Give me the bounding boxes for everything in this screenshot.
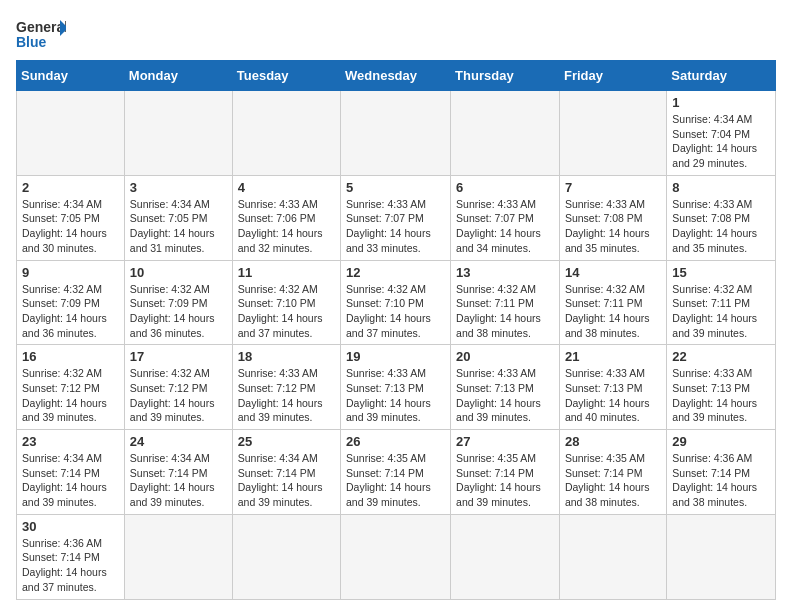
calendar-cell: 5Sunrise: 4:33 AMSunset: 7:07 PMDaylight… [341, 175, 451, 260]
calendar-cell: 19Sunrise: 4:33 AMSunset: 7:13 PMDayligh… [341, 345, 451, 430]
day-number: 3 [130, 180, 227, 195]
day-info: Sunrise: 4:32 AMSunset: 7:11 PMDaylight:… [456, 282, 554, 341]
day-info: Sunrise: 4:32 AMSunset: 7:12 PMDaylight:… [130, 366, 227, 425]
calendar-cell: 4Sunrise: 4:33 AMSunset: 7:06 PMDaylight… [232, 175, 340, 260]
calendar-cell: 9Sunrise: 4:32 AMSunset: 7:09 PMDaylight… [17, 260, 125, 345]
calendar-header: SundayMondayTuesdayWednesdayThursdayFrid… [17, 61, 776, 91]
day-number: 2 [22, 180, 119, 195]
week-row: 9Sunrise: 4:32 AMSunset: 7:09 PMDaylight… [17, 260, 776, 345]
weekday-header: Monday [124, 61, 232, 91]
calendar-body: 1Sunrise: 4:34 AMSunset: 7:04 PMDaylight… [17, 91, 776, 600]
calendar-cell: 29Sunrise: 4:36 AMSunset: 7:14 PMDayligh… [667, 430, 776, 515]
svg-text:Blue: Blue [16, 34, 47, 50]
day-info: Sunrise: 4:33 AMSunset: 7:07 PMDaylight:… [456, 197, 554, 256]
calendar-cell: 18Sunrise: 4:33 AMSunset: 7:12 PMDayligh… [232, 345, 340, 430]
calendar-cell: 8Sunrise: 4:33 AMSunset: 7:08 PMDaylight… [667, 175, 776, 260]
week-row: 1Sunrise: 4:34 AMSunset: 7:04 PMDaylight… [17, 91, 776, 176]
calendar-cell: 23Sunrise: 4:34 AMSunset: 7:14 PMDayligh… [17, 430, 125, 515]
day-info: Sunrise: 4:33 AMSunset: 7:13 PMDaylight:… [456, 366, 554, 425]
calendar-cell: 14Sunrise: 4:32 AMSunset: 7:11 PMDayligh… [559, 260, 666, 345]
day-info: Sunrise: 4:32 AMSunset: 7:10 PMDaylight:… [346, 282, 445, 341]
day-number: 25 [238, 434, 335, 449]
day-number: 1 [672, 95, 770, 110]
weekday-header: Thursday [451, 61, 560, 91]
calendar-cell: 28Sunrise: 4:35 AMSunset: 7:14 PMDayligh… [559, 430, 666, 515]
day-info: Sunrise: 4:33 AMSunset: 7:06 PMDaylight:… [238, 197, 335, 256]
day-info: Sunrise: 4:34 AMSunset: 7:14 PMDaylight:… [22, 451, 119, 510]
calendar-cell: 7Sunrise: 4:33 AMSunset: 7:08 PMDaylight… [559, 175, 666, 260]
day-number: 28 [565, 434, 661, 449]
calendar-cell [124, 91, 232, 176]
day-info: Sunrise: 4:33 AMSunset: 7:12 PMDaylight:… [238, 366, 335, 425]
calendar-cell: 12Sunrise: 4:32 AMSunset: 7:10 PMDayligh… [341, 260, 451, 345]
day-info: Sunrise: 4:33 AMSunset: 7:13 PMDaylight:… [346, 366, 445, 425]
day-number: 7 [565, 180, 661, 195]
day-number: 11 [238, 265, 335, 280]
weekday-header: Friday [559, 61, 666, 91]
day-info: Sunrise: 4:35 AMSunset: 7:14 PMDaylight:… [565, 451, 661, 510]
day-info: Sunrise: 4:34 AMSunset: 7:05 PMDaylight:… [130, 197, 227, 256]
weekday-row: SundayMondayTuesdayWednesdayThursdayFrid… [17, 61, 776, 91]
logo-svg: General Blue [16, 16, 66, 52]
day-number: 12 [346, 265, 445, 280]
day-info: Sunrise: 4:32 AMSunset: 7:09 PMDaylight:… [22, 282, 119, 341]
day-info: Sunrise: 4:35 AMSunset: 7:14 PMDaylight:… [456, 451, 554, 510]
day-number: 26 [346, 434, 445, 449]
day-info: Sunrise: 4:32 AMSunset: 7:11 PMDaylight:… [672, 282, 770, 341]
calendar-cell: 15Sunrise: 4:32 AMSunset: 7:11 PMDayligh… [667, 260, 776, 345]
calendar-cell: 10Sunrise: 4:32 AMSunset: 7:09 PMDayligh… [124, 260, 232, 345]
day-number: 23 [22, 434, 119, 449]
week-row: 30Sunrise: 4:36 AMSunset: 7:14 PMDayligh… [17, 514, 776, 599]
weekday-header: Wednesday [341, 61, 451, 91]
weekday-header: Tuesday [232, 61, 340, 91]
day-number: 18 [238, 349, 335, 364]
calendar-cell: 2Sunrise: 4:34 AMSunset: 7:05 PMDaylight… [17, 175, 125, 260]
day-number: 19 [346, 349, 445, 364]
day-info: Sunrise: 4:33 AMSunset: 7:13 PMDaylight:… [672, 366, 770, 425]
day-number: 15 [672, 265, 770, 280]
day-number: 9 [22, 265, 119, 280]
day-number: 22 [672, 349, 770, 364]
day-number: 5 [346, 180, 445, 195]
calendar-cell: 1Sunrise: 4:34 AMSunset: 7:04 PMDaylight… [667, 91, 776, 176]
calendar-cell [17, 91, 125, 176]
page-header: General Blue [16, 16, 776, 52]
week-row: 16Sunrise: 4:32 AMSunset: 7:12 PMDayligh… [17, 345, 776, 430]
day-number: 8 [672, 180, 770, 195]
day-info: Sunrise: 4:32 AMSunset: 7:11 PMDaylight:… [565, 282, 661, 341]
day-info: Sunrise: 4:33 AMSunset: 7:08 PMDaylight:… [672, 197, 770, 256]
calendar-cell: 30Sunrise: 4:36 AMSunset: 7:14 PMDayligh… [17, 514, 125, 599]
calendar-cell: 11Sunrise: 4:32 AMSunset: 7:10 PMDayligh… [232, 260, 340, 345]
calendar-cell: 16Sunrise: 4:32 AMSunset: 7:12 PMDayligh… [17, 345, 125, 430]
calendar-cell [559, 514, 666, 599]
day-number: 13 [456, 265, 554, 280]
day-number: 29 [672, 434, 770, 449]
day-info: Sunrise: 4:33 AMSunset: 7:07 PMDaylight:… [346, 197, 445, 256]
calendar-cell [451, 91, 560, 176]
day-info: Sunrise: 4:35 AMSunset: 7:14 PMDaylight:… [346, 451, 445, 510]
calendar-cell [232, 91, 340, 176]
calendar-cell: 13Sunrise: 4:32 AMSunset: 7:11 PMDayligh… [451, 260, 560, 345]
day-info: Sunrise: 4:34 AMSunset: 7:14 PMDaylight:… [130, 451, 227, 510]
day-number: 10 [130, 265, 227, 280]
calendar-cell: 21Sunrise: 4:33 AMSunset: 7:13 PMDayligh… [559, 345, 666, 430]
calendar-cell [451, 514, 560, 599]
calendar-cell: 17Sunrise: 4:32 AMSunset: 7:12 PMDayligh… [124, 345, 232, 430]
calendar-cell [124, 514, 232, 599]
day-number: 17 [130, 349, 227, 364]
day-info: Sunrise: 4:34 AMSunset: 7:04 PMDaylight:… [672, 112, 770, 171]
calendar-table: SundayMondayTuesdayWednesdayThursdayFrid… [16, 60, 776, 600]
calendar-cell [559, 91, 666, 176]
day-number: 27 [456, 434, 554, 449]
day-number: 20 [456, 349, 554, 364]
day-number: 6 [456, 180, 554, 195]
day-info: Sunrise: 4:36 AMSunset: 7:14 PMDaylight:… [22, 536, 119, 595]
calendar-cell [232, 514, 340, 599]
day-info: Sunrise: 4:33 AMSunset: 7:13 PMDaylight:… [565, 366, 661, 425]
day-info: Sunrise: 4:32 AMSunset: 7:09 PMDaylight:… [130, 282, 227, 341]
day-info: Sunrise: 4:32 AMSunset: 7:10 PMDaylight:… [238, 282, 335, 341]
calendar-cell: 6Sunrise: 4:33 AMSunset: 7:07 PMDaylight… [451, 175, 560, 260]
calendar-cell: 22Sunrise: 4:33 AMSunset: 7:13 PMDayligh… [667, 345, 776, 430]
day-number: 14 [565, 265, 661, 280]
calendar-cell: 26Sunrise: 4:35 AMSunset: 7:14 PMDayligh… [341, 430, 451, 515]
